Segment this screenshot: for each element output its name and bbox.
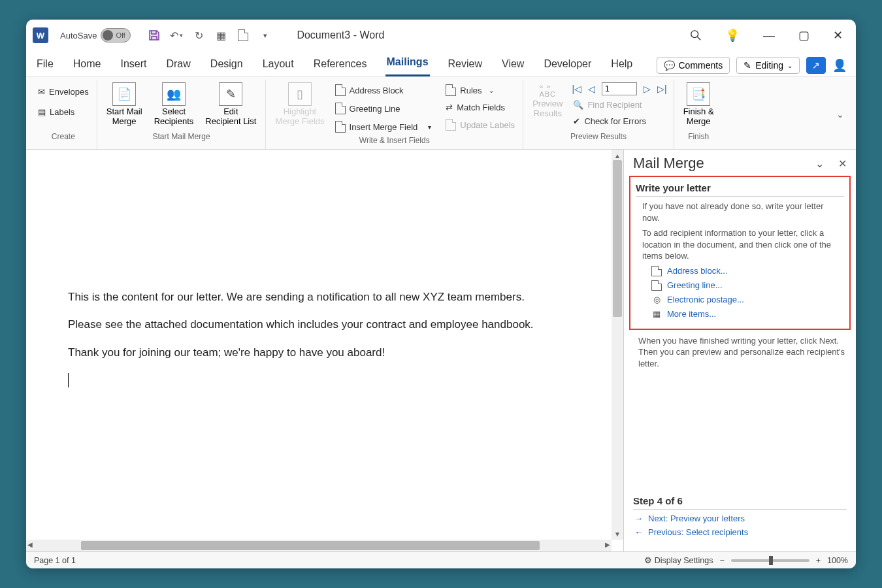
- mail-merge-panel: Mail Merge ⌄ ✕ Write your letter If you …: [623, 150, 856, 551]
- rules-button[interactable]: Rules⌄: [444, 82, 516, 98]
- envelope-icon: ✉: [38, 87, 45, 97]
- vertical-scrollbar[interactable]: ▲ ▼: [612, 150, 623, 540]
- undo-icon[interactable]: ↶ ▾: [170, 29, 183, 42]
- redo-icon[interactable]: ↻: [192, 29, 205, 42]
- select-recipients-button[interactable]: 👥 Select Recipients: [152, 81, 197, 128]
- group-label-start: Start Mail Merge: [153, 131, 210, 144]
- ribbon: ✉ Envelopes ▤ Labels Create 📄 Start Mail…: [26, 77, 856, 150]
- next-step-link[interactable]: →Next: Preview your letters: [634, 514, 845, 523]
- check-errors-button[interactable]: ✔Check for Errors: [572, 114, 666, 128]
- panel-close-button[interactable]: ✕: [838, 157, 847, 170]
- match-fields-button[interactable]: ⇄Match Fields: [444, 101, 516, 114]
- find-recipient-button: 🔍Find Recipient: [572, 98, 666, 112]
- tab-help[interactable]: Help: [610, 54, 634, 76]
- previous-step-link[interactable]: ←Previous: Select recipients: [634, 527, 845, 537]
- ribbon-collapse-button[interactable]: ⌄: [828, 109, 852, 120]
- group-create: ✉ Envelopes ▤ Labels Create: [30, 80, 97, 149]
- comments-label: Comments: [679, 60, 723, 71]
- first-record-button[interactable]: |◁: [572, 84, 581, 94]
- text-cursor: [68, 373, 69, 387]
- group-label-write: Write & Insert Fields: [359, 135, 430, 148]
- tab-view[interactable]: View: [500, 54, 525, 76]
- pencil-icon: ✎: [743, 60, 751, 71]
- scroll-right-arrow[interactable]: ▶: [605, 541, 610, 548]
- labels-button[interactable]: ▤ Labels: [37, 105, 76, 119]
- mail-merge-icon: 📄: [112, 82, 136, 106]
- group-write-insert: ▯ Highlight Merge Fields Address Block G…: [266, 80, 523, 149]
- zoom-in-button[interactable]: +: [816, 556, 821, 565]
- record-number-input[interactable]: [602, 82, 637, 95]
- qat-table-icon[interactable]: ▦: [214, 29, 227, 42]
- horizontal-scroll-thumb[interactable]: [81, 541, 540, 550]
- finish-merge-button[interactable]: 📑 Finish & Merge: [681, 81, 717, 128]
- zoom-percent[interactable]: 100%: [827, 556, 848, 565]
- doc-icon: [335, 84, 346, 96]
- document-page[interactable]: This is the content for our letter. We a…: [26, 150, 610, 423]
- tab-layout[interactable]: Layout: [261, 54, 295, 76]
- document-viewport[interactable]: This is the content for our letter. We a…: [26, 150, 623, 551]
- preview-results-button[interactable]: « »ABC Preview Results: [530, 81, 565, 120]
- account-avatar-icon[interactable]: 👤: [832, 58, 847, 73]
- display-settings-button[interactable]: ⚙ Display Settings: [644, 555, 713, 565]
- last-record-button[interactable]: ▷|: [657, 84, 667, 94]
- panel-outro: When you have finished writing your lett…: [638, 335, 845, 370]
- tab-developer[interactable]: Developer: [542, 54, 593, 76]
- greeting-line-link[interactable]: Greeting line...: [651, 280, 844, 291]
- horizontal-scrollbar[interactable]: ◀ ▶: [26, 540, 612, 551]
- scroll-down-arrow[interactable]: ▼: [612, 528, 623, 540]
- start-mail-merge-button[interactable]: 📄 Start Mail Merge: [104, 81, 145, 128]
- address-block-link[interactable]: Address block...: [651, 266, 844, 276]
- maximize-button[interactable]: ▢: [798, 28, 809, 42]
- electronic-postage-link[interactable]: ◎Electronic postage...: [651, 295, 844, 305]
- tab-design[interactable]: Design: [209, 54, 244, 76]
- greeting-line-button[interactable]: Greeting Line: [334, 101, 433, 116]
- tab-references[interactable]: References: [312, 54, 368, 76]
- qat-customize-icon[interactable]: ▾: [259, 29, 272, 42]
- search-icon[interactable]: [690, 29, 702, 41]
- letter-paragraph-1: This is the content for our letter. We a…: [68, 287, 575, 308]
- letter-paragraph-2: Please see the attached documentation wh…: [68, 314, 575, 335]
- tab-review[interactable]: Review: [447, 54, 483, 76]
- close-button[interactable]: ✕: [833, 28, 843, 42]
- zoom-slider[interactable]: [731, 559, 809, 562]
- minimize-button[interactable]: —: [763, 29, 775, 42]
- panel-footer: Step 4 of 6 →Next: Preview your letters …: [624, 489, 856, 551]
- lightbulb-icon[interactable]: 💡: [725, 28, 740, 42]
- labels-icon: ▤: [38, 107, 46, 117]
- edit-recipient-list-button[interactable]: ✎ Edit Recipient List: [203, 81, 259, 128]
- next-record-button[interactable]: ▷: [644, 84, 651, 94]
- title-bar: W AutoSave Off ↶ ▾ ↻ ▦ ▾ Document3 - Wor…: [26, 20, 856, 51]
- scroll-left-arrow[interactable]: ◀: [27, 541, 33, 548]
- status-bar: Page 1 of 1 ⚙ Display Settings − + 100%: [26, 551, 856, 568]
- prev-record-button[interactable]: ◁: [588, 84, 595, 94]
- tab-mailings[interactable]: Mailings: [385, 52, 430, 76]
- editing-mode-button[interactable]: ✎ Editing ⌄: [736, 57, 800, 74]
- autosave-toggle[interactable]: Off: [101, 28, 131, 42]
- comments-button[interactable]: 💬 Comments: [657, 57, 730, 74]
- zoom-out-button[interactable]: −: [719, 556, 724, 565]
- qat-doc-icon[interactable]: [237, 29, 250, 42]
- tab-home[interactable]: Home: [72, 54, 103, 76]
- panel-intro-2: To add recipient information to your let…: [642, 227, 843, 262]
- insert-merge-field-button[interactable]: Insert Merge Field▾: [334, 119, 433, 135]
- autosave-control[interactable]: AutoSave Off: [60, 28, 131, 42]
- tab-file[interactable]: File: [35, 54, 55, 76]
- tab-insert[interactable]: Insert: [119, 54, 148, 76]
- arrow-right-icon: →: [634, 514, 643, 523]
- panel-section-title: Write your letter: [636, 181, 844, 197]
- envelopes-button[interactable]: ✉ Envelopes: [37, 85, 90, 99]
- tab-draw[interactable]: Draw: [165, 54, 191, 76]
- panel-dropdown-icon[interactable]: ⌄: [815, 157, 824, 170]
- save-icon[interactable]: [148, 29, 161, 42]
- doc-icon: [446, 119, 456, 131]
- more-items-link[interactable]: ▦More items...: [651, 309, 844, 319]
- page-indicator[interactable]: Page 1 of 1: [34, 556, 76, 565]
- update-labels-button: Update Labels: [444, 117, 516, 133]
- record-navigation: |◁ ◁ ▷ ▷|: [572, 82, 666, 95]
- vertical-scroll-thumb[interactable]: [613, 160, 622, 317]
- zoom-slider-knob[interactable]: [769, 556, 773, 565]
- address-block-button[interactable]: Address Block: [334, 82, 433, 98]
- chevron-down-icon: ▾: [428, 123, 431, 131]
- share-button[interactable]: ↗: [806, 57, 826, 74]
- editing-label: Editing: [755, 60, 783, 71]
